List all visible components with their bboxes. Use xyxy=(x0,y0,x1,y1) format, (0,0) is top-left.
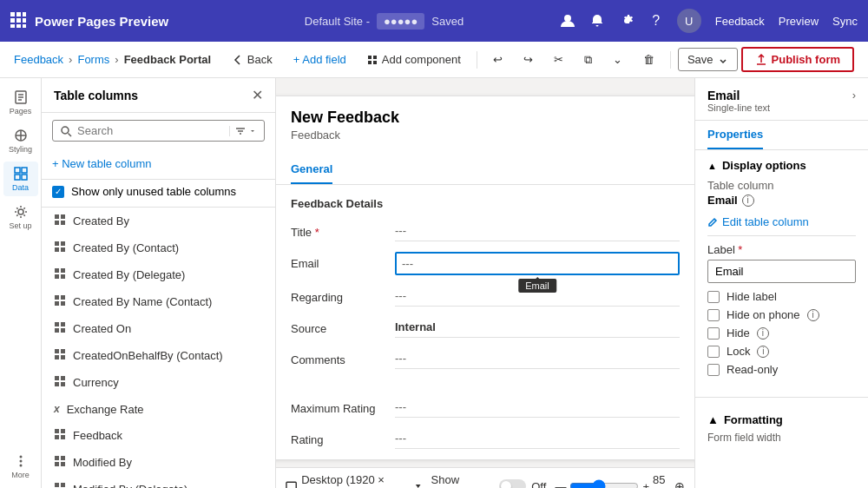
right-panel-header: Email Single-line text › xyxy=(695,78,868,121)
device-selector[interactable]: Desktop (1920 × 1080) xyxy=(286,473,423,488)
hide-label-checkbox[interactable] xyxy=(707,291,720,303)
formula-icon: x xyxy=(54,403,60,415)
svg-point-26 xyxy=(19,465,22,467)
show-hidden-toggle[interactable] xyxy=(499,479,527,488)
zoom-fit-icon[interactable]: ⊕ xyxy=(674,479,685,488)
list-item[interactable]: x Exchange Rate ··· xyxy=(42,396,275,422)
svg-rect-43 xyxy=(55,301,59,306)
column-name: Created By Name (Contact) xyxy=(73,295,263,308)
table-column-group: Table column Email i xyxy=(707,179,856,207)
preview-btn[interactable]: Preview xyxy=(779,15,819,28)
label-field-label: Label * xyxy=(707,243,856,256)
search-input[interactable] xyxy=(77,124,224,137)
list-item[interactable]: Modified By (Delegate) xyxy=(42,476,275,488)
form-field-source: Source Internal xyxy=(291,317,680,338)
add-column-button[interactable]: + New table column xyxy=(52,154,265,174)
list-item[interactable]: Created On xyxy=(42,315,275,342)
field-label-regarding: Regarding xyxy=(291,286,386,304)
list-item[interactable]: Created By (Delegate) xyxy=(42,261,275,288)
svg-rect-31 xyxy=(55,221,59,225)
tab-properties[interactable]: Properties xyxy=(707,121,763,149)
svg-rect-10 xyxy=(368,56,372,59)
sidebar-item-pages[interactable]: Pages xyxy=(3,85,38,120)
publish-form-button[interactable]: Publish form xyxy=(741,47,854,72)
zoom-plus-icon[interactable]: + xyxy=(642,480,649,489)
hide-on-phone-info-icon[interactable]: i xyxy=(807,309,819,321)
lock-checkbox[interactable] xyxy=(707,346,720,358)
svg-rect-65 xyxy=(55,483,59,487)
grid-icon xyxy=(54,214,66,228)
table-column-info-icon[interactable]: i xyxy=(742,195,754,207)
svg-rect-13 xyxy=(373,61,377,64)
display-options-header[interactable]: ▲ Display options xyxy=(707,159,856,172)
hide-checkbox[interactable] xyxy=(707,327,720,340)
svg-rect-38 xyxy=(61,268,65,273)
svg-rect-0 xyxy=(10,12,15,16)
list-item[interactable]: CreatedOnBehalfBy (Contact) xyxy=(42,342,275,369)
list-item[interactable]: Created By xyxy=(42,208,275,234)
avatar[interactable]: U xyxy=(677,9,701,33)
list-item[interactable]: Created By Name (Contact) xyxy=(42,288,275,315)
sidebar-item-setup[interactable]: Set up xyxy=(3,200,38,234)
readonly-checkbox[interactable] xyxy=(707,364,720,376)
sidebar-item-styling[interactable]: Styling xyxy=(3,123,38,158)
formatting-header[interactable]: ▲ Formatting xyxy=(707,413,856,426)
field-value-comments[interactable]: --- xyxy=(395,348,680,369)
list-item[interactable]: Currency xyxy=(42,369,275,396)
list-item[interactable]: Created By (Contact) xyxy=(42,234,275,261)
field-value-email[interactable]: --- Email xyxy=(395,252,680,275)
label-input[interactable] xyxy=(707,260,856,283)
back-button[interactable]: Back xyxy=(224,49,281,70)
svg-point-23 xyxy=(18,209,23,214)
edit-table-column-link[interactable]: Edit table column xyxy=(707,215,856,228)
general-tab[interactable]: General xyxy=(291,157,332,184)
more-label: More xyxy=(11,471,30,479)
grid-icon xyxy=(54,348,66,363)
zoom-slider[interactable] xyxy=(569,479,639,488)
settings-icon[interactable] xyxy=(618,12,635,30)
list-item[interactable]: Modified By xyxy=(42,449,275,476)
field-value-rating[interactable]: --- xyxy=(395,428,680,449)
sidebar-close-icon[interactable]: ✕ xyxy=(252,87,263,103)
right-panel-subtitle: Single-line text xyxy=(707,102,770,113)
sidebar-item-more[interactable]: More xyxy=(3,453,38,488)
hide-info-icon[interactable]: i xyxy=(757,327,769,340)
add-field-button[interactable]: + Add field xyxy=(285,49,355,70)
more-actions-button[interactable]: ⌄ xyxy=(604,49,631,70)
cut-button[interactable]: ✂ xyxy=(545,49,572,70)
svg-rect-5 xyxy=(23,18,26,23)
search-box[interactable] xyxy=(52,120,265,142)
filter-button[interactable] xyxy=(229,126,257,136)
lock-checkbox-row: Lock i xyxy=(707,345,856,358)
feedback-top-btn[interactable]: Feedback xyxy=(715,15,765,28)
edit-icon xyxy=(707,217,718,228)
user-icon[interactable] xyxy=(559,12,576,30)
panel-close-icon[interactable]: › xyxy=(852,89,856,102)
field-value-title[interactable]: --- xyxy=(395,221,680,241)
delete-button[interactable]: 🗑 xyxy=(635,49,663,70)
zoom-minus-icon[interactable]: — xyxy=(555,480,566,489)
copy-button[interactable]: ⧉ xyxy=(575,49,601,71)
sync-btn[interactable]: Sync xyxy=(832,15,858,28)
sidebar-item-data[interactable]: Data xyxy=(3,162,38,196)
field-value-max-rating[interactable]: --- xyxy=(395,397,680,418)
bell-icon[interactable] xyxy=(589,12,606,30)
top-navigation: Power Pages Preview Default Site - ●●●●●… xyxy=(0,0,868,42)
sidebar-actions: + New table column xyxy=(42,148,275,180)
save-button[interactable]: Save xyxy=(678,48,738,71)
help-icon[interactable]: ? xyxy=(648,12,665,30)
breadcrumb-feedback[interactable]: Feedback xyxy=(14,53,63,66)
add-component-button[interactable]: Add component xyxy=(358,49,470,70)
redo-button[interactable]: ↪ xyxy=(515,49,542,70)
field-label-comments: Comments xyxy=(291,348,386,366)
svg-line-28 xyxy=(69,133,72,136)
list-item[interactable]: Feedback xyxy=(42,422,275,449)
breadcrumb-forms[interactable]: Forms xyxy=(77,53,109,66)
lock-info-icon[interactable]: i xyxy=(757,346,769,358)
apps-icon[interactable] xyxy=(10,12,26,30)
field-value-source[interactable]: Internal xyxy=(395,317,680,338)
show-unused-checkbox[interactable] xyxy=(52,186,64,198)
undo-button[interactable]: ↩ xyxy=(484,49,511,70)
canvas-bottom-bar: Desktop (1920 × 1080) Show Hidden Off — … xyxy=(276,467,694,488)
hide-on-phone-checkbox[interactable] xyxy=(707,309,720,321)
